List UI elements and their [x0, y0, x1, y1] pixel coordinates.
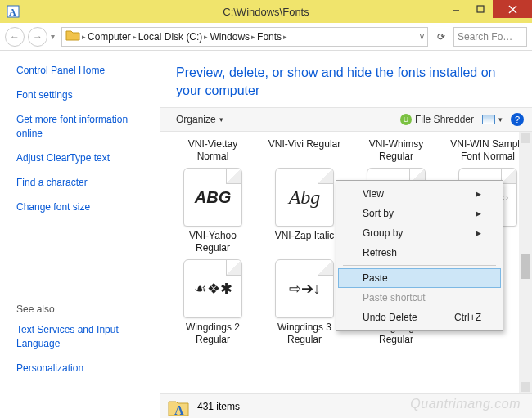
search-input[interactable]: Search Fo… [453, 27, 527, 47]
seealso-link[interactable]: Text Services and Input Language [16, 323, 147, 349]
sidebar-link[interactable]: Get more font information online [16, 113, 147, 139]
svg-rect-3 [477, 6, 484, 12]
help-button[interactable]: ? [511, 113, 524, 126]
close-button[interactable] [493, 0, 532, 18]
font-item[interactable]: VNI-WIN Sample Font Normal [449, 135, 526, 163]
chevron-right-icon[interactable]: ▸ [133, 33, 137, 41]
navbar: ← → ▾ ▸ Computer ▸ Local Disk (C:) ▸ Win… [0, 23, 532, 51]
status-count: 431 items [197, 401, 240, 412]
font-item[interactable]: ⇨➔↓ Wingdings 3 Regular [266, 259, 343, 346]
breadcrumb-item[interactable]: Windows [210, 31, 250, 43]
font-item[interactable]: VNI-Whimsy Regular [358, 135, 435, 163]
svg-text:A: A [174, 403, 184, 417]
menu-separator [343, 265, 496, 266]
sidebar-link[interactable]: Adjust ClearType text [16, 151, 160, 164]
seealso-link[interactable]: Personalization [16, 362, 160, 375]
breadcrumb[interactable]: ▸ Computer ▸ Local Disk (C:) ▸ Windows ▸… [61, 27, 428, 47]
breadcrumb-item[interactable]: Fonts [257, 31, 282, 43]
svg-text:A: A [9, 7, 16, 18]
seealso-header: See also [16, 303, 160, 315]
back-button[interactable]: ← [5, 27, 25, 47]
sidebar-home[interactable]: Control Panel Home [16, 64, 160, 77]
titlebar: A C:\Windows\Fonts [0, 0, 532, 23]
sidebar-link[interactable]: Find a character [16, 176, 160, 189]
maximize-button[interactable] [468, 0, 493, 18]
chevron-right-icon[interactable]: ▸ [204, 33, 208, 41]
menu-paste-shortcut: Paste shortcut [338, 288, 501, 308]
view-button[interactable]: ▾ [482, 115, 503, 124]
font-item[interactable]: Abg VNI-Zap Italic [266, 168, 343, 254]
breadcrumb-item[interactable]: Local Disk (C:) [138, 31, 203, 43]
page-heading: Preview, delete, or show and hide the fo… [160, 51, 532, 107]
refresh-button[interactable]: ⟳ [431, 27, 450, 47]
toolbar: Organize ▾ U File Shredder ▾ ? [160, 107, 532, 132]
window-title: C:\Windows\Fonts [223, 6, 309, 18]
organize-button[interactable]: Organize ▾ [176, 114, 223, 125]
menu-sortby[interactable]: Sort by▶ [338, 204, 501, 223]
sidebar-link[interactable]: Change font size [16, 200, 160, 213]
sidebar-link[interactable]: Font settings [16, 88, 160, 101]
shredder-icon: U [400, 114, 412, 125]
recent-chevron-icon[interactable]: ▾ [51, 32, 55, 41]
watermark: Quantrimang.com [410, 397, 521, 411]
window-buttons [444, 0, 532, 18]
context-menu: View▶ Sort by▶ Group by▶ Refresh Paste P… [336, 180, 503, 331]
forward-button[interactable]: → [28, 27, 47, 47]
fileshredder-button[interactable]: U File Shredder [400, 114, 474, 125]
chevron-right-icon[interactable]: ▸ [283, 33, 287, 41]
chevron-right-icon[interactable]: ▸ [251, 33, 255, 41]
font-item[interactable]: ABG VNI-Yahoo Regular [174, 168, 251, 254]
chevron-right-icon[interactable]: ▸ [82, 33, 86, 41]
app-icon: A [7, 5, 20, 18]
menu-view[interactable]: View▶ [338, 184, 501, 204]
font-item[interactable]: VNI-Viettay Normal [174, 135, 251, 163]
menu-undo-delete[interactable]: Undo DeleteCtrl+Z [338, 308, 501, 327]
menu-paste[interactable]: Paste [338, 268, 501, 288]
menu-refresh[interactable]: Refresh [338, 243, 501, 263]
breadcrumb-item[interactable]: Computer [88, 31, 131, 43]
scrollbar[interactable] [519, 132, 532, 393]
chevron-down-icon[interactable]: v [420, 32, 424, 41]
font-item[interactable]: ☙❖✱ Wingdings 2 Regular [174, 259, 251, 346]
sidebar: Control Panel Home Font settings Get mor… [0, 51, 160, 393]
font-item[interactable]: VNI-Vivi Regular [266, 135, 343, 163]
minimize-button[interactable] [444, 0, 468, 18]
folder-icon [65, 29, 80, 44]
folder-font-icon: A [168, 398, 189, 416]
menu-groupby[interactable]: Group by▶ [338, 223, 501, 243]
